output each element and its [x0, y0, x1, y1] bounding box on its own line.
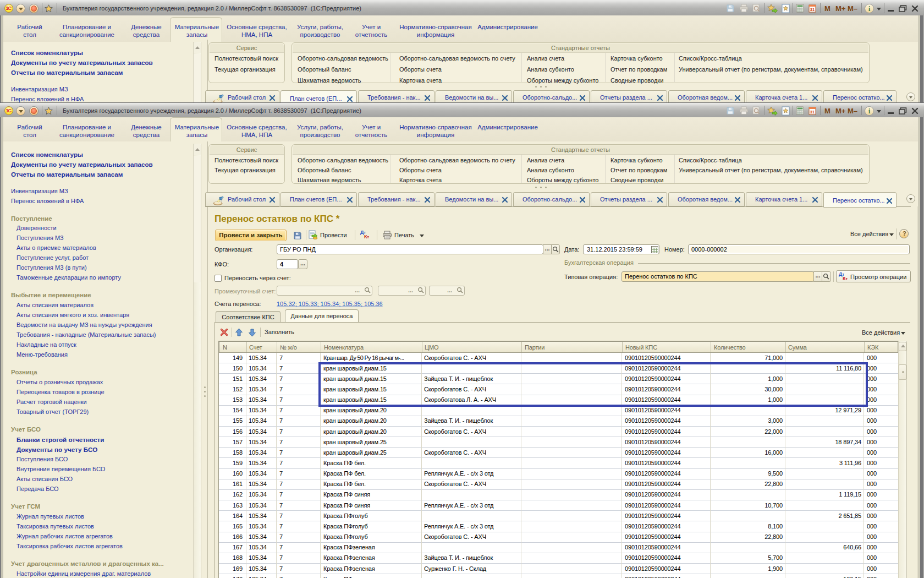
- svg-text:31: 31: [810, 7, 815, 12]
- svg-text:31: 31: [810, 110, 815, 114]
